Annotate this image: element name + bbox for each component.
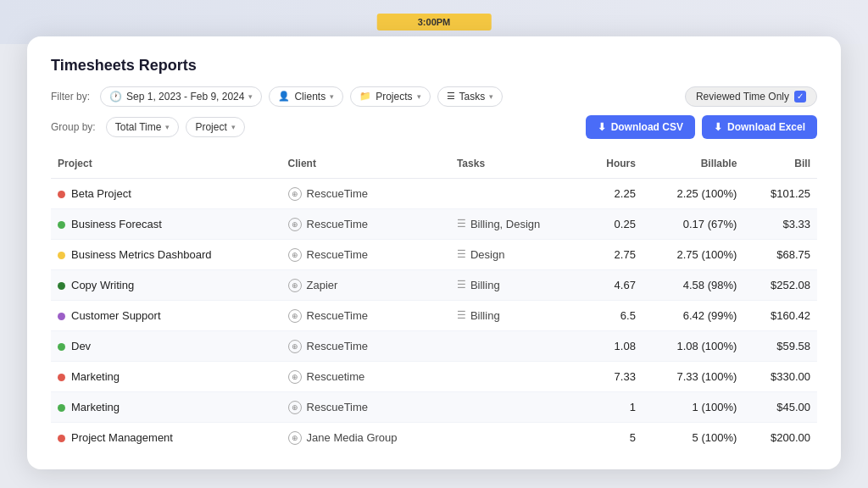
bill-cell: $68.75 [743, 239, 817, 269]
projects-label: Projects [376, 91, 412, 103]
client-avatar: ⊕ [288, 248, 302, 262]
project-cell: Marketing [51, 361, 281, 391]
tasks-icon: ☰ [457, 218, 466, 230]
project-dot [58, 435, 65, 442]
client-cell: ⊕Jane Media Group [281, 422, 450, 452]
hours-cell: 7.33 [583, 361, 643, 391]
hours-cell: 1.08 [583, 330, 643, 361]
clients-filter[interactable]: 👤 Clients ▾ [269, 86, 343, 107]
col-billable: Billable [643, 151, 743, 179]
billable-cell: 5 (100%) [643, 422, 743, 452]
tasks-value: ☰Billing, Design [457, 218, 540, 230]
tasks-cell: ☰Billing [450, 269, 583, 300]
reviewed-only-label: Reviewed Time Only [696, 91, 789, 103]
client-icon-wrap: ⊕RescueTime [288, 309, 368, 323]
col-tasks: Tasks [450, 151, 583, 179]
tasks-icon: ☰ [447, 91, 455, 102]
project-group-label: Project [195, 121, 226, 133]
download-excel-button[interactable]: ⬇ Download Excel [702, 115, 817, 139]
bill-cell: $59.58 [743, 330, 817, 361]
billable-cell: 1.08 (100%) [643, 330, 743, 361]
tasks-filter[interactable]: ☰ Tasks ▾ [437, 86, 504, 107]
download-icon: ⬇ [598, 121, 606, 133]
client-icon-wrap: ⊕RescueTime [288, 187, 368, 201]
tasks-value: ☰Design [457, 248, 504, 261]
tasks-cell [450, 330, 583, 361]
page-title: Timesheets Reports [51, 57, 817, 75]
client-avatar: ⊕ [288, 187, 302, 201]
billable-cell: 1 (100%) [643, 391, 743, 422]
col-hours: Hours [583, 151, 643, 179]
client-avatar: ⊕ [288, 279, 302, 292]
table-row: Project Management⊕Jane Media Group55 (1… [51, 422, 817, 452]
filter-label: Filter by: [51, 91, 90, 103]
billable-cell: 4.58 (98%) [643, 269, 743, 300]
bill-cell: $3.33 [743, 208, 817, 239]
download-icon: ⬇ [714, 121, 722, 133]
project-dot [58, 374, 65, 381]
billable-cell: 2.75 (100%) [643, 239, 743, 269]
table-row: Customer Support⊕RescueTime☰Billing6.56.… [51, 300, 817, 330]
chevron-down-icon: ▾ [417, 92, 421, 101]
clock-icon: 🕐 [109, 91, 122, 103]
bill-cell: $101.25 [743, 178, 817, 208]
report-table-wrap: Project Client Tasks Hours Billable Bill… [51, 151, 817, 452]
group-label: Group by: [51, 121, 96, 133]
tasks-icon: ☰ [457, 309, 466, 321]
tasks-cell: ☰Design [450, 239, 583, 269]
billable-cell: 0.17 (67%) [643, 208, 743, 239]
projects-filter[interactable]: 📁 Projects ▾ [350, 86, 430, 107]
project-dot [58, 343, 65, 351]
project-dot [58, 313, 65, 320]
download-excel-label: Download Excel [727, 121, 805, 133]
chevron-down-icon: ▾ [248, 92, 253, 101]
client-avatar: ⊕ [288, 370, 302, 384]
client-cell: ⊕RescueTime [281, 208, 450, 239]
report-table: Project Client Tasks Hours Billable Bill… [51, 151, 817, 452]
top-bar-time: 3:00PM [377, 14, 492, 30]
tasks-icon: ☰ [457, 248, 466, 260]
client-cell: ⊕RescueTime [281, 391, 450, 422]
bill-cell: $252.08 [743, 269, 817, 300]
table-row: Dev⊕RescueTime1.081.08 (100%)$59.58 [51, 330, 817, 361]
reviewed-only-toggle[interactable]: Reviewed Time Only ✓ [685, 86, 817, 107]
client-cell: ⊕RescueTime [281, 330, 450, 361]
tasks-icon: ☰ [457, 279, 466, 291]
total-time-group[interactable]: Total Time ▾ [106, 117, 180, 137]
download-csv-button[interactable]: ⬇ Download CSV [586, 115, 695, 139]
tasks-cell: ☰Billing, Design [450, 208, 583, 239]
client-icon-wrap: ⊕Rescuetime [288, 370, 365, 384]
client-icon-wrap: ⊕Zapier [288, 279, 338, 292]
client-icon-wrap: ⊕RescueTime [288, 340, 368, 353]
tasks-cell [450, 422, 583, 452]
client-avatar: ⊕ [288, 401, 302, 414]
hours-cell: 2.25 [583, 178, 643, 208]
tasks-cell [450, 178, 583, 208]
col-client: Client [281, 151, 450, 179]
projects-icon: 📁 [359, 91, 371, 102]
tasks-cell [450, 391, 583, 422]
total-time-label: Total Time [115, 121, 162, 133]
client-cell: ⊕Rescuetime [281, 361, 450, 391]
tasks-value: ☰Billing [457, 309, 500, 322]
date-range-filter[interactable]: 🕐 Sep 1, 2023 - Feb 9, 2024 ▾ [100, 86, 262, 107]
tasks-cell: ☰Billing [450, 300, 583, 330]
client-avatar: ⊕ [288, 218, 302, 231]
project-cell: Customer Support [51, 300, 281, 330]
bill-cell: $160.42 [743, 300, 817, 330]
date-range-value: Sep 1, 2023 - Feb 9, 2024 [126, 91, 244, 103]
clients-label: Clients [294, 91, 326, 103]
project-cell: Business Metrics Dashboard [51, 239, 281, 269]
project-dot [58, 221, 65, 229]
table-body: Beta Project⊕RescueTime2.252.25 (100%)$1… [51, 178, 817, 452]
project-cell: Dev [51, 330, 281, 361]
table-header-row: Project Client Tasks Hours Billable Bill [51, 151, 817, 179]
client-avatar: ⊕ [288, 340, 302, 353]
hours-cell: 1 [583, 391, 643, 422]
tasks-label: Tasks [459, 91, 486, 103]
project-group[interactable]: Project ▾ [186, 117, 244, 137]
project-cell: Copy Writing [51, 269, 281, 300]
billable-cell: 7.33 (100%) [643, 361, 743, 391]
client-avatar: ⊕ [288, 431, 302, 445]
client-icon-wrap: ⊕Jane Media Group [288, 431, 398, 445]
